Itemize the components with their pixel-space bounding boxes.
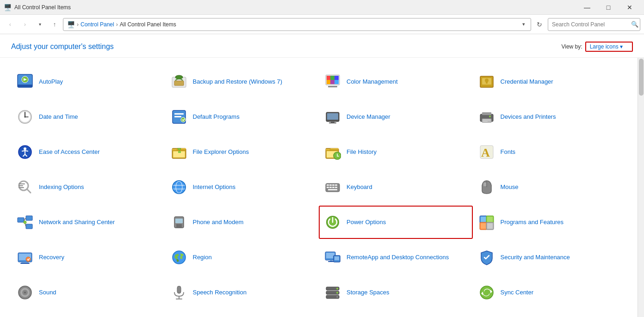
keyboard-label: Keyboard — [347, 183, 372, 191]
svg-point-118 — [336, 296, 338, 298]
speech-recognition-icon — [170, 283, 188, 302]
control-item-ease-of-access[interactable]: Ease of Access Center — [11, 135, 165, 169]
device-manager-icon — [323, 108, 342, 126]
svg-point-40 — [24, 147, 26, 150]
svg-rect-35 — [482, 119, 491, 122]
svg-rect-65 — [329, 187, 332, 188]
fonts-label: Fonts — [501, 148, 516, 156]
control-item-network-sharing[interactable]: Network and Sharing Center — [11, 206, 165, 239]
svg-rect-36 — [483, 120, 490, 120]
scrollbar-track[interactable] — [638, 58, 644, 317]
path-dropdown-button[interactable]: ▾ — [520, 21, 527, 27]
control-item-internet-options[interactable]: Internet Options — [165, 171, 319, 204]
control-item-recovery[interactable]: Recovery — [11, 241, 165, 274]
region-label: Region — [193, 254, 212, 262]
forward-button[interactable]: › — [19, 18, 31, 31]
view-by-label: View by: — [561, 43, 582, 50]
minimize-button[interactable]: — — [576, 0, 598, 15]
address-path[interactable]: 🖥️ › Control Panel › All Control Panel I… — [63, 18, 531, 31]
control-item-user-accounts[interactable]: User Accounts — [473, 311, 627, 317]
search-wrapper: 🔍 — [548, 18, 640, 31]
color-management-icon — [323, 73, 342, 91]
file-history-label: File History — [347, 148, 377, 156]
svg-point-117 — [336, 292, 338, 294]
control-item-programs-features[interactable]: Programs and Features — [473, 206, 627, 239]
file-explorer-options-label: File Explorer Options — [193, 148, 249, 156]
dropdown-recent-button[interactable]: ▾ — [33, 18, 46, 31]
control-item-mouse[interactable]: Mouse — [473, 171, 627, 204]
mouse-icon — [477, 178, 496, 196]
search-button[interactable]: 🔍 — [631, 21, 638, 28]
phone-modem-icon — [170, 213, 188, 232]
credential-manager-label: Credential Manager — [501, 78, 553, 86]
date-time-icon — [16, 108, 34, 126]
view-dropdown-label: Large icons ▾ — [590, 43, 623, 50]
svg-rect-66 — [332, 187, 334, 188]
control-item-backup-restore[interactable]: Backup and Restore (Windows 7) — [165, 65, 319, 98]
control-item-device-manager[interactable]: Device Manager — [319, 100, 473, 134]
keyboard-icon — [323, 178, 342, 196]
title-bar-left: 🖥️ All Control Panel Items — [4, 4, 71, 11]
back-button[interactable]: ‹ — [4, 18, 17, 31]
network-sharing-label: Network and Sharing Center — [39, 219, 115, 226]
close-button[interactable]: ✕ — [619, 0, 640, 15]
svg-rect-87 — [481, 217, 486, 222]
backup-restore-icon — [170, 73, 188, 91]
svg-rect-71 — [18, 218, 24, 222]
ease-of-access-icon — [16, 143, 34, 161]
svg-rect-67 — [335, 187, 337, 188]
power-options-label: Power Options — [347, 219, 386, 226]
control-item-color-management[interactable]: Color Management — [319, 65, 473, 98]
svg-point-38 — [489, 116, 491, 117]
view-dropdown-button[interactable]: Large icons ▾ — [585, 42, 633, 52]
view-by-section: View by: Large icons ▾ — [561, 42, 633, 52]
control-item-taskbar-navigation[interactable]: Taskbar and Navigation — [165, 311, 319, 317]
mouse-label: Mouse — [501, 183, 519, 191]
control-item-autoplay[interactable]: AutoPlay — [11, 65, 165, 98]
control-item-devices-printers[interactable]: Devices and Printers — [473, 100, 627, 134]
recovery-icon — [16, 248, 34, 267]
control-item-credential-manager[interactable]: Credential Manager — [473, 65, 627, 98]
file-history-icon — [323, 143, 342, 161]
svg-rect-51 — [19, 183, 25, 184]
control-item-troubleshooting[interactable]: Troubleshooting — [319, 311, 473, 317]
control-item-keyboard[interactable]: Keyboard — [319, 171, 473, 204]
control-item-speech-recognition[interactable]: Speech Recognition — [165, 276, 319, 309]
security-maintenance-icon — [477, 248, 496, 267]
control-item-fonts[interactable]: AFonts — [473, 135, 627, 169]
control-item-file-history[interactable]: File History — [319, 135, 473, 169]
scrollbar-thumb[interactable] — [639, 59, 644, 96]
control-item-file-explorer-options[interactable]: File Explorer Options — [165, 135, 319, 169]
svg-rect-30 — [327, 113, 338, 120]
control-item-system[interactable]: System — [11, 311, 165, 317]
control-item-region[interactable]: Region — [165, 241, 319, 274]
svg-rect-63 — [335, 184, 337, 186]
autoplay-label: AutoPlay — [39, 78, 63, 86]
refresh-button[interactable]: ↻ — [533, 18, 546, 31]
control-item-sound[interactable]: Sound — [11, 276, 165, 309]
title-bar: 🖥️ All Control Panel Items — □ ✕ — [0, 0, 644, 15]
control-item-sync-center[interactable]: Sync Center — [473, 276, 627, 309]
up-button[interactable]: ↑ — [48, 18, 61, 31]
device-manager-label: Device Manager — [347, 113, 390, 121]
file-explorer-options-icon — [170, 143, 188, 161]
svg-rect-10 — [330, 76, 334, 80]
control-item-phone-modem[interactable]: Phone and Modem — [165, 206, 319, 239]
svg-rect-19 — [486, 81, 488, 84]
control-item-remoteapp[interactable]: RemoteApp and Desktop Connections — [319, 241, 473, 274]
svg-text:A: A — [481, 146, 490, 159]
control-item-power-options[interactable]: Power Options — [319, 206, 473, 239]
maximize-button[interactable]: □ — [598, 0, 619, 15]
svg-point-83 — [178, 226, 180, 228]
credential-manager-icon — [477, 73, 496, 91]
svg-rect-1 — [18, 85, 32, 87]
svg-rect-34 — [482, 112, 491, 115]
control-item-indexing-options[interactable]: Indexing Options — [11, 171, 165, 204]
search-input[interactable] — [548, 18, 640, 31]
control-item-security-maintenance[interactable]: Security and Maintenance — [473, 241, 627, 274]
control-item-default-programs[interactable]: Default Programs — [165, 100, 319, 134]
control-item-date-time[interactable]: Date and Time — [11, 100, 165, 134]
autoplay-icon — [16, 73, 34, 91]
control-item-storage-spaces[interactable]: Storage Spaces — [319, 276, 473, 309]
svg-rect-78 — [175, 219, 183, 223]
